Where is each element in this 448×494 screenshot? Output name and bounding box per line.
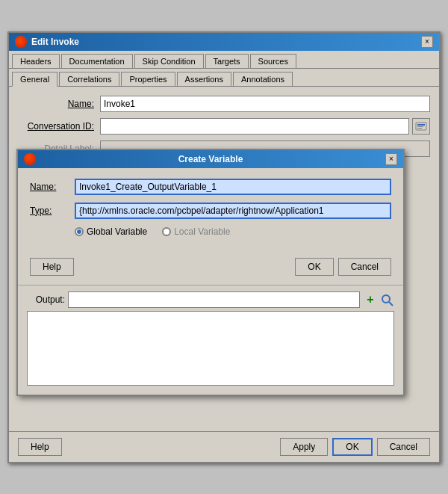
tab-correlations[interactable]: Correlations <box>59 72 119 86</box>
tab-headers[interactable]: Headers <box>12 54 60 68</box>
conv-id-group <box>100 118 430 135</box>
help-button[interactable]: Help <box>18 438 62 456</box>
dialog-title-text: Create Variable <box>36 154 385 164</box>
dialog-name-label: Name: <box>30 182 75 192</box>
conv-id-input[interactable] <box>100 118 409 135</box>
bottom-right-buttons: Apply OK Cancel <box>280 438 430 456</box>
output-label: Output: <box>27 294 68 305</box>
dialog-type-row: Type: <box>30 203 391 219</box>
tab-documentation[interactable]: Documentation <box>61 54 133 68</box>
name-label: Name: <box>18 99 100 109</box>
cancel-button[interactable]: Cancel <box>377 438 430 456</box>
global-variable-option[interactable]: Global Variable <box>75 226 147 237</box>
tab-sources[interactable]: Sources <box>250 54 296 68</box>
app-icon <box>15 36 27 48</box>
name-input[interactable] <box>100 96 430 112</box>
dialog-help-button[interactable]: Help <box>30 258 74 276</box>
tab-targets[interactable]: Targets <box>205 54 249 68</box>
apply-button[interactable]: Apply <box>280 438 328 456</box>
dialog-type-input[interactable] <box>75 203 391 219</box>
output-text-area <box>27 311 394 386</box>
output-section: Output: + <box>18 285 403 395</box>
tabs-row-2: General Correlations Properties Assertio… <box>9 69 439 87</box>
svg-line-5 <box>389 302 393 306</box>
svg-rect-3 <box>417 128 422 129</box>
bottom-bar: Help Apply OK Cancel <box>9 431 439 462</box>
dialog-title-bar: Create Variable × <box>18 150 403 168</box>
dialog-name-input[interactable] <box>75 179 391 195</box>
output-action-icons: + <box>363 292 394 307</box>
add-output-button[interactable]: + <box>363 292 378 307</box>
tab-properties[interactable]: Properties <box>121 72 175 86</box>
dialog-ok-cancel-group: OK Cancel <box>295 258 391 276</box>
svg-rect-2 <box>417 126 423 127</box>
conv-id-browse-button[interactable] <box>412 118 430 135</box>
dialog-button-bar: Help OK Cancel <box>18 258 403 285</box>
svg-rect-1 <box>417 124 425 126</box>
output-row: Output: + <box>27 291 394 308</box>
ok-button[interactable]: OK <box>332 438 372 456</box>
window-title: Edit Invoke <box>31 37 79 47</box>
dialog-ok-button[interactable]: OK <box>295 258 333 276</box>
global-variable-radio[interactable] <box>75 227 84 236</box>
conv-id-row: Conversation ID: <box>18 118 430 135</box>
tabs-row-1: Headers Documentation Skip Condition Tar… <box>9 51 439 69</box>
create-variable-dialog: Create Variable × Name: Type: Global Var… <box>16 149 405 396</box>
local-variable-option[interactable]: Local Variable <box>162 226 230 237</box>
search-output-button[interactable] <box>379 292 394 307</box>
dialog-name-row: Name: <box>30 179 391 195</box>
conv-id-label: Conversation ID: <box>18 121 100 132</box>
svg-point-4 <box>382 295 390 303</box>
name-row: Name: <box>18 96 430 112</box>
dialog-type-label: Type: <box>30 206 75 216</box>
dialog-close-button[interactable]: × <box>385 153 397 165</box>
dialog-app-icon <box>24 153 36 165</box>
global-variable-label: Global Variable <box>87 226 147 237</box>
search-icon-svg <box>380 293 393 306</box>
local-variable-label: Local Variable <box>174 226 230 237</box>
local-variable-radio[interactable] <box>162 227 171 236</box>
window-close-button[interactable]: × <box>421 36 433 48</box>
tab-skip-condition[interactable]: Skip Condition <box>134 54 204 68</box>
edit-invoke-window: Edit Invoke × Headers Documentation Skip… <box>7 31 441 463</box>
tab-assertions[interactable]: Assertions <box>177 72 231 86</box>
dialog-cancel-button[interactable]: Cancel <box>338 258 391 276</box>
output-input[interactable] <box>68 291 360 308</box>
title-bar: Edit Invoke × <box>9 33 439 51</box>
dialog-content: Name: Type: Global Variable Local Variab… <box>18 168 403 258</box>
tab-general[interactable]: General <box>12 72 57 87</box>
variable-scope-row: Global Variable Local Variable <box>30 226 391 237</box>
browse-icon <box>415 120 427 132</box>
tab-annotations[interactable]: Annotations <box>233 72 293 86</box>
